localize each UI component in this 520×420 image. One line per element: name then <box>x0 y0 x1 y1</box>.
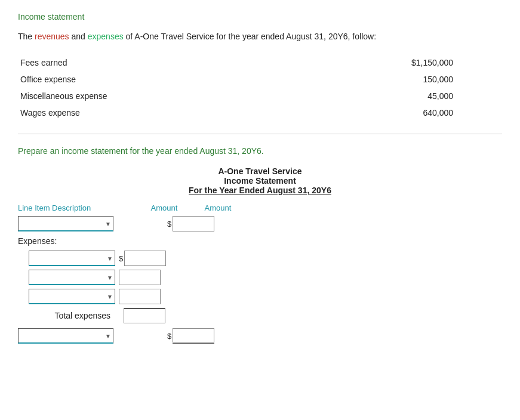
intro-suffix: of A-One Travel Service for the year end… <box>124 32 376 41</box>
net-income-amount-input[interactable] <box>173 328 214 344</box>
total-expenses-input[interactable] <box>124 308 165 323</box>
expense-dropdown-wrap-3: Office expense Wages expense Miscellaneo… <box>29 289 115 304</box>
revenue-dollar-sign: $ <box>167 220 171 228</box>
revenue-row: Fees earned ▼ $ <box>18 216 502 231</box>
expense-rows: Office expense Wages expense Miscellaneo… <box>29 251 502 304</box>
data-item-label: Wages expense <box>19 105 345 121</box>
section-title: Income statement <box>18 12 502 21</box>
statement-period: For the Year Ended August 31, 20Y6 <box>18 186 502 195</box>
expense-dollar-sign-1: $ <box>119 254 123 263</box>
net-income-dropdown-wrap: Net income ▼ <box>18 328 113 344</box>
data-item-label: Miscellaneous expense <box>19 88 345 104</box>
statement-type: Income Statement <box>18 176 502 186</box>
expense-amount-wrap-3 <box>119 289 161 304</box>
prepare-text: Prepare an income statement for the year… <box>18 146 502 156</box>
data-item-value: 150,000 <box>346 72 501 87</box>
company-name: A-One Travel Service <box>18 166 502 176</box>
net-income-amount-wrap: $ <box>167 328 214 344</box>
divider <box>18 134 502 134</box>
data-item-label: Fees earned <box>19 55 345 70</box>
net-income-dollar-sign: $ <box>167 332 171 341</box>
expenses-label: Expenses: <box>18 236 502 246</box>
revenue-dropdown-wrap: Fees earned ▼ <box>18 216 113 231</box>
data-item-row: Miscellaneous expense45,000 <box>19 88 501 104</box>
column-headers: Line Item Description Amount Amount <box>18 203 502 212</box>
data-item-row: Wages expense640,000 <box>19 105 501 121</box>
net-income-row: Net income ▼ $ <box>18 328 502 344</box>
data-items-table: Fees earned$1,150,000Office expense150,0… <box>18 54 502 122</box>
expense-dropdown-1[interactable]: Office expense Wages expense Miscellaneo… <box>29 251 115 266</box>
total-expenses-row: Total expenses <box>29 308 502 323</box>
intro-prefix: The <box>18 32 35 41</box>
col-amount1-header: Amount <box>137 203 191 212</box>
expense-amount-wrap-2 <box>119 270 161 285</box>
expense-row-2: Office expense Wages expense Miscellaneo… <box>29 270 502 285</box>
data-item-label: Office expense <box>19 72 345 87</box>
revenues-word: revenues <box>35 32 69 41</box>
data-item-value: $1,150,000 <box>346 55 501 70</box>
col-amount2-header: Amount <box>191 203 245 212</box>
expense-amount-input-1[interactable] <box>124 251 166 266</box>
intro-middle: and <box>69 32 88 41</box>
expense-amount-wrap-1: $ <box>119 251 166 266</box>
revenue-amount-input[interactable] <box>173 216 214 231</box>
expense-dropdown-wrap-2: Office expense Wages expense Miscellaneo… <box>29 270 115 285</box>
expense-amount-input-3[interactable] <box>119 289 161 304</box>
expense-dropdown-3[interactable]: Office expense Wages expense Miscellaneo… <box>29 289 115 304</box>
data-item-value: 45,000 <box>346 88 501 104</box>
expense-row-3: Office expense Wages expense Miscellaneo… <box>29 289 502 304</box>
expense-amount-input-2[interactable] <box>119 270 161 285</box>
expense-row-1: Office expense Wages expense Miscellaneo… <box>29 251 502 266</box>
statement-header: A-One Travel Service Income Statement Fo… <box>18 166 502 195</box>
data-item-row: Fees earned$1,150,000 <box>19 55 501 70</box>
net-income-dropdown[interactable]: Net income <box>18 328 113 344</box>
expenses-word: expenses <box>88 32 124 41</box>
data-item-value: 640,000 <box>346 105 501 121</box>
total-expenses-label: Total expenses <box>29 311 115 320</box>
intro-paragraph: The revenues and expenses of A-One Trave… <box>18 30 502 43</box>
data-item-row: Office expense150,000 <box>19 72 501 87</box>
expense-dropdown-2[interactable]: Office expense Wages expense Miscellaneo… <box>29 270 115 285</box>
revenue-amount-wrap: $ <box>167 216 214 231</box>
col-description-header: Line Item Description <box>18 203 137 212</box>
expense-dropdown-wrap-1: Office expense Wages expense Miscellaneo… <box>29 251 115 266</box>
revenue-dropdown[interactable]: Fees earned <box>18 216 113 231</box>
